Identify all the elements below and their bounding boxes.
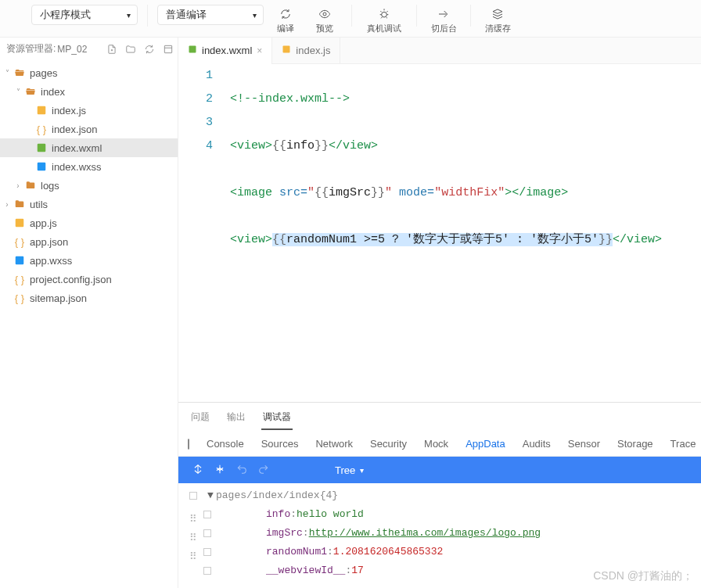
- new-file-icon[interactable]: [106, 43, 118, 56]
- line-number: 1: [178, 64, 213, 88]
- tree-node-index-folder[interactable]: ˅ index: [0, 82, 178, 101]
- expand-all-icon[interactable]: [192, 464, 203, 477]
- data-tree-item-imgsrc[interactable]: ⠿ imgSrc : http://www.itheima.com/images…: [178, 524, 701, 543]
- line-number: 4: [178, 134, 213, 158]
- code-l3-c2: </image>: [512, 186, 568, 199]
- svg-rect-3: [38, 106, 46, 115]
- devtab-audits[interactable]: Audits: [523, 438, 551, 450]
- data-tree-item-info[interactable]: ⠿ info : hello world: [178, 505, 701, 524]
- compile-button[interactable]: 编译: [268, 3, 303, 38]
- drag-handle-icon: [189, 567, 197, 575]
- collapse-icon[interactable]: [162, 43, 174, 56]
- row-toggle-box[interactable]: [203, 567, 211, 575]
- tree-node-logs[interactable]: › logs: [0, 176, 178, 195]
- js-file-icon: [34, 105, 49, 116]
- devtab-sensor[interactable]: Sensor: [568, 438, 600, 450]
- chevron-down-icon: ▾: [360, 466, 364, 475]
- code-l2-ob: {{: [272, 139, 286, 152]
- mode-select-label: 小程序模式: [40, 8, 91, 22]
- eye-icon: [318, 7, 331, 21]
- mode-select[interactable]: 小程序模式 ▾: [31, 5, 138, 25]
- devtab-mock[interactable]: Mock: [424, 438, 448, 450]
- clear-cache-button[interactable]: 清缓存: [480, 3, 515, 38]
- tab-output[interactable]: 输出: [225, 407, 247, 430]
- tree-path-suffix: {4}: [320, 486, 338, 505]
- row-toggle-box[interactable]: [203, 511, 211, 518]
- refresh-icon[interactable]: [143, 43, 156, 56]
- remote-debug-label: 真机调试: [367, 23, 401, 34]
- sidebar-header: 资源管理器: MP_02: [0, 38, 178, 60]
- row-toggle-box[interactable]: [203, 548, 211, 556]
- refresh-icon: [279, 7, 292, 21]
- chevron-down-icon: ▾: [127, 11, 131, 20]
- new-folder-icon[interactable]: [124, 43, 137, 56]
- tree-label: sitemap.json: [30, 292, 87, 304]
- clear-cache-label: 清缓存: [485, 23, 511, 34]
- tree-node-index-wxml[interactable]: index.wxml: [0, 138, 178, 157]
- tree-node-app-wxss[interactable]: app.wxss: [0, 251, 178, 270]
- device-select-icon[interactable]: [188, 439, 189, 450]
- code-l3-ob: {{: [315, 186, 329, 199]
- devtab-trace[interactable]: Trace: [670, 438, 696, 450]
- redo-icon[interactable]: [258, 464, 269, 477]
- bottom-panel: 问题 输出 调试器 Console Sources Network Securi…: [178, 402, 701, 588]
- data-value: 1.2081620645865332: [333, 543, 443, 561]
- tree-node-sitemap[interactable]: { } sitemap.json: [0, 289, 178, 307]
- tree-node-project-config[interactable]: { } project.config.json: [0, 270, 178, 289]
- editor-area: index.wxml × index.js 1 2 3 4 <!--index.…: [178, 38, 701, 588]
- json-file-icon: { }: [34, 124, 49, 135]
- tree-label: index.json: [52, 124, 98, 135]
- tab-index-js[interactable]: index.js: [272, 38, 340, 64]
- data-tree-item-webview[interactable]: __webviewId__ : 17: [178, 561, 701, 580]
- tree-node-app-json[interactable]: { } app.json: [0, 232, 178, 251]
- tab-problems[interactable]: 问题: [189, 407, 211, 430]
- tree-label: index.wxml: [52, 142, 102, 154]
- devtab-network[interactable]: Network: [315, 438, 353, 450]
- tree-node-index-js[interactable]: index.js: [0, 101, 178, 120]
- data-tree-root[interactable]: ▼ pages/index/index {4}: [178, 486, 701, 505]
- row-toggle-box[interactable]: [203, 529, 211, 537]
- drag-handle-icon: ⠿: [189, 548, 197, 556]
- tree-node-utils[interactable]: › utils: [0, 195, 178, 213]
- sidebar: 资源管理器: MP_02 ˅ pages ˅: [0, 38, 178, 588]
- cut-background-button[interactable]: 切后台: [426, 3, 461, 38]
- tree-node-index-wxss[interactable]: index.wxss: [0, 157, 178, 176]
- code-l3-expr: imgSrc: [329, 186, 371, 199]
- devtab-security[interactable]: Security: [370, 438, 407, 450]
- tab-index-wxml[interactable]: index.wxml ×: [178, 38, 272, 64]
- cut-background-label: 切后台: [431, 23, 457, 34]
- tree-node-app-js[interactable]: app.js: [0, 213, 178, 232]
- code-l2-close: </view>: [329, 139, 378, 152]
- js-file-icon: [13, 217, 27, 228]
- tree-node-pages[interactable]: ˅ pages: [0, 63, 178, 82]
- code-l3-tag: <image: [230, 186, 272, 199]
- data-value: 17: [351, 561, 364, 580]
- wxss-file-icon: [13, 255, 27, 266]
- undo-icon[interactable]: [236, 464, 247, 477]
- tab-debugger[interactable]: 调试器: [261, 407, 293, 430]
- wxss-file-icon: [34, 161, 49, 172]
- view-mode-tree[interactable]: Tree ▾: [335, 464, 364, 476]
- devtab-console[interactable]: Console: [207, 438, 244, 450]
- code-editor[interactable]: 1 2 3 4 <!--index.wxml--> <view>{{info}}…: [178, 64, 701, 402]
- devtab-appdata[interactable]: AppData: [466, 438, 505, 450]
- code-l4-expr: randomNum1 >=5 ? '数字大于或等于5' : '数字小于5': [286, 233, 599, 246]
- svg-point-0: [323, 13, 326, 16]
- code-l3-cb: }}: [371, 186, 385, 199]
- devtab-sources[interactable]: Sources: [261, 438, 299, 450]
- code-l3-q2: ": [385, 186, 392, 199]
- row-toggle-box[interactable]: [189, 492, 197, 500]
- remote-debug-button[interactable]: 真机调试: [361, 3, 407, 38]
- preview-button[interactable]: 预览: [307, 3, 342, 38]
- js-file-icon: [282, 45, 291, 56]
- close-icon[interactable]: ×: [257, 45, 262, 56]
- folder-open-icon: [13, 67, 27, 78]
- tree-node-index-json[interactable]: { } index.json: [0, 120, 178, 138]
- main-area: 资源管理器: MP_02 ˅ pages ˅: [0, 38, 701, 588]
- svg-rect-4: [38, 144, 46, 152]
- line-number: 3: [178, 111, 213, 134]
- devtab-storage[interactable]: Storage: [617, 438, 653, 450]
- collapse-all-icon[interactable]: [214, 464, 225, 477]
- compile-select[interactable]: 普通编译 ▾: [157, 5, 264, 25]
- data-tree-item-random[interactable]: ⠿ randomNum1 : 1.2081620645865332: [178, 543, 701, 561]
